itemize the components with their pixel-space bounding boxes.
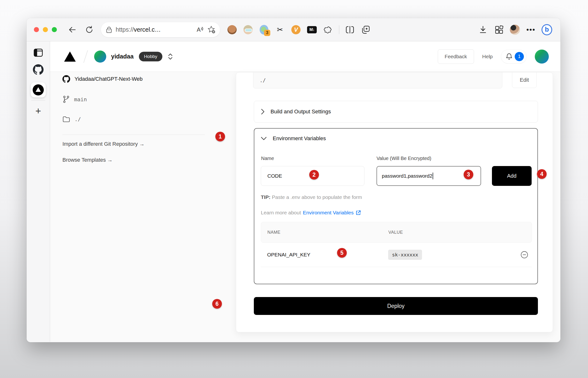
deploy-button[interactable]: Deploy [254, 297, 538, 315]
root-dir-value: ./ [74, 116, 81, 122]
extension-vimium-icon[interactable]: V [291, 24, 301, 35]
add-favorite-icon[interactable] [207, 26, 215, 34]
annotation-badge-6: 6 [212, 299, 222, 309]
notifications-button[interactable]: 1 [501, 50, 527, 64]
env-table-header: NAME VALUE [261, 222, 532, 243]
repo-name: Yidadaa/ChatGPT-Next-Web [74, 76, 143, 82]
close-window-button[interactable] [34, 27, 39, 32]
account-avatar[interactable] [94, 51, 106, 63]
env-section-header[interactable]: Environment Variables [261, 135, 326, 142]
github-icon [62, 75, 70, 83]
more-menu-icon[interactable]: ••• [526, 24, 536, 35]
extension-persona-icon[interactable] [243, 24, 253, 35]
annotation-badge-3: 3 [464, 170, 473, 179]
toolbar-divider [339, 25, 339, 34]
annotation-badge-4: 4 [537, 169, 547, 179]
import-different-repo-link[interactable]: Import a different Git Repository → [62, 141, 145, 147]
add-button[interactable]: Add [492, 166, 532, 186]
branch-row: main [62, 95, 87, 103]
root-dir-row: ./ [62, 116, 81, 122]
build-output-settings-section[interactable]: Build and Output Settings [254, 101, 538, 122]
external-link-icon [356, 210, 361, 215]
bell-icon [505, 53, 513, 60]
extension-count-badge: 3 [264, 30, 270, 36]
url-host: vercel.c… [134, 26, 161, 33]
column-value: VALUE [388, 230, 403, 235]
environment-variables-section: Environment Variables Name Value (Will B… [254, 128, 538, 284]
sidebar-pages-icon[interactable] [33, 47, 44, 58]
breadcrumb-slash [84, 50, 88, 63]
name-label: Name [261, 156, 274, 161]
chevron-down-icon [261, 136, 267, 140]
chevron-right-icon [261, 108, 265, 115]
annotation-badge-5: 5 [337, 248, 347, 258]
env-row-name: OPENAI_API_KEY [267, 252, 388, 258]
extension-markdown-icon[interactable]: M↓ [307, 24, 317, 35]
vercel-nav: yidadaa Hobby Feedback Help 1 [50, 41, 560, 72]
url-text: https://vercel.c… [116, 26, 195, 33]
account-name: yidadaa [111, 53, 134, 60]
column-name: NAME [267, 230, 388, 235]
browser-main: + yidadaa Hobby Feedback Help 1 [27, 41, 560, 342]
user-avatar[interactable] [535, 50, 549, 64]
browse-templates-link[interactable]: Browse Templates → [62, 157, 113, 163]
extension-scissors-icon[interactable]: ✂ [275, 24, 285, 35]
browser-toolbar: https://vercel.c… A 3 ✂ V M↓ [27, 18, 560, 41]
extension-browsertools-icon[interactable]: 3 [259, 24, 269, 35]
extensions-menu-icon[interactable] [323, 24, 333, 35]
profile-avatar[interactable] [510, 24, 520, 35]
back-icon[interactable] [67, 24, 78, 35]
annotation-badge-1: 1 [215, 132, 225, 141]
vercel-logo-icon [36, 87, 41, 92]
split-screen-icon[interactable] [344, 24, 355, 35]
env-table-row: OPENAI_API_KEY sk-xxxxxx [261, 243, 532, 267]
env-section-title: Environment Variables [273, 135, 326, 142]
read-aloud-icon[interactable]: A [197, 26, 203, 33]
build-section-title: Build and Output Settings [271, 108, 331, 115]
edge-sidebar: + [27, 41, 50, 342]
vercel-triangle-logo[interactable] [64, 52, 76, 62]
value-label: Value (Will Be Encrypted) [376, 156, 431, 161]
edit-button[interactable]: Edit [512, 72, 537, 88]
plan-badge: Hobby [139, 52, 162, 61]
bing-chat-icon[interactable]: b [542, 24, 552, 35]
sidebar-vercel-tab-active[interactable] [31, 82, 46, 97]
address-bar[interactable]: https://vercel.c… A [101, 22, 220, 37]
annotation-badge-2: 2 [309, 170, 319, 180]
git-branch-icon [62, 95, 70, 103]
workspaces-icon[interactable] [494, 24, 504, 35]
minimize-window-button[interactable] [43, 27, 48, 32]
text-caret [433, 173, 433, 179]
reload-icon[interactable] [84, 24, 95, 35]
remove-variable-icon[interactable] [520, 251, 529, 259]
folder-icon [62, 116, 70, 122]
extension-monkey-icon[interactable] [227, 24, 237, 35]
collections-icon[interactable] [360, 24, 371, 35]
notification-count-badge: 1 [515, 52, 524, 61]
zoom-window-button[interactable] [52, 27, 57, 32]
tip-text: TIP: Paste a .env above to populate the … [261, 194, 362, 200]
sidebar-add-icon[interactable]: + [33, 105, 44, 117]
table-row-divider [261, 267, 532, 267]
vercel-page: yidadaa Hobby Feedback Help 1 [50, 41, 560, 342]
help-link[interactable]: Help [482, 54, 493, 59]
import-page-content: Yidadaa/ChatGPT-Next-Web main ./ Import … [50, 72, 560, 342]
download-icon[interactable] [478, 24, 488, 35]
learn-more-text: Learn more about Environment Variables [261, 210, 361, 216]
lock-icon [106, 26, 112, 33]
sidebar-github-icon[interactable] [33, 64, 44, 75]
sidebar-divider [31, 100, 45, 101]
root-directory-field[interactable]: ./ [253, 72, 502, 88]
scope-switcher-icon[interactable] [168, 53, 173, 60]
repo-row: Yidadaa/ChatGPT-Next-Web [62, 75, 143, 83]
browser-window: https://vercel.c… A 3 ✂ V M↓ [27, 18, 560, 342]
url-scheme: https:// [116, 26, 134, 33]
branch-name: main [74, 96, 87, 102]
panel-divider [62, 135, 205, 135]
configure-project-card: ./ Edit Build and Output Settings Enviro… [236, 72, 553, 332]
environment-variables-link[interactable]: Environment Variables [303, 210, 361, 216]
feedback-button[interactable]: Feedback [438, 49, 474, 64]
traffic-lights [34, 27, 57, 32]
env-row-value: sk-xxxxxx [388, 250, 422, 260]
